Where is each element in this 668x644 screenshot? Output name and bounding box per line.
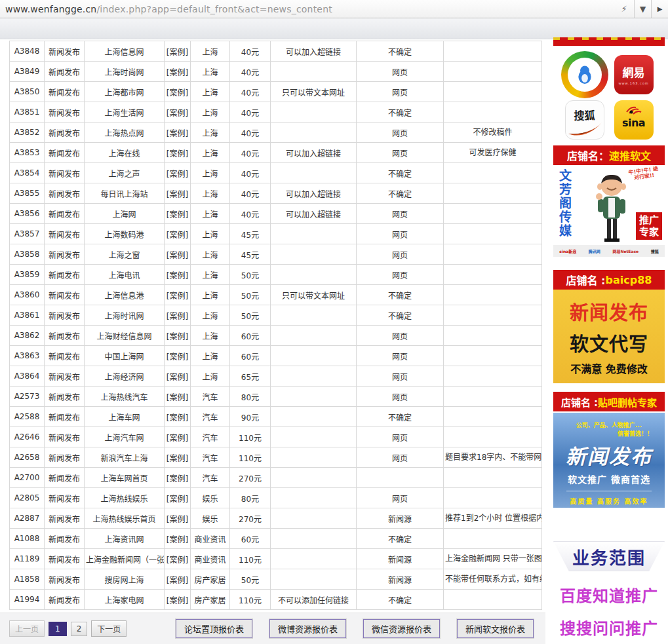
news-article-price-button[interactable]: 新闻软文报价表 (457, 619, 534, 638)
wenfangge-media-label: 文芳阁传媒 (556, 169, 574, 238)
table-row: A3856新闻发布上海网[案例]上海40元可以加入超链接网页 (10, 204, 542, 224)
case-link[interactable]: [案例] (165, 123, 191, 143)
footer-bar: 上一页 1 2 下一页 论坛置顶报价表 微博资源报价表 微信资源报价表 新闻软文… (0, 613, 545, 644)
forum-top-price-button[interactable]: 论坛置顶报价表 (176, 619, 252, 638)
row-price-cell: 40元 (230, 102, 271, 123)
row-site-cell: 上海财经信息网 (85, 326, 165, 346)
row-pagetype-cell: 不确定 (357, 529, 444, 549)
wechat-resource-price-button[interactable]: 微信资源报价表 (363, 619, 440, 638)
case-link[interactable]: [案例] (165, 468, 191, 488)
table-row: A3852新闻发布上海热点网[案例]上海40元网页不修改稿件 (10, 123, 542, 143)
case-link[interactable]: [案例] (165, 427, 191, 447)
case-link[interactable]: [案例] (165, 224, 191, 244)
case-link[interactable]: [案例] (165, 508, 191, 529)
case-link[interactable]: [案例] (165, 265, 191, 285)
case-link[interactable]: [案例] (165, 305, 191, 326)
case-link[interactable]: [案例] (165, 407, 191, 427)
case-link[interactable]: [案例] (165, 326, 191, 346)
ad-baicp-banner[interactable]: 店铺名 : baicp88 (553, 270, 665, 290)
case-link[interactable]: [案例] (165, 204, 191, 224)
row-type-cell: 新闻发布 (45, 102, 85, 123)
row-price-cell: 110元 (230, 590, 271, 610)
row-category-cell: 上海 (191, 102, 230, 123)
row-site-cell: 上海信息网 (85, 41, 165, 62)
baidu-zhidao-promo-link[interactable]: 百度知道推广 (553, 583, 665, 606)
table-row: A3862新闻发布上海财经信息网[案例]上海60元网页 (10, 326, 542, 346)
case-link[interactable]: [案例] (165, 285, 191, 305)
case-link[interactable]: [案例] (165, 183, 191, 204)
lightning-icon[interactable]: ⚡ (614, 0, 634, 18)
table-row: A2887新闻发布上海热线娱乐首页[案例]娱乐270元新闻源推荐1到2个小时 位… (10, 508, 542, 529)
ad-tieba-body[interactable]: 公司、产品、人物推广... 信誉首选！！ 新闻发布 软文推广 微商首选 高质量 … (553, 413, 665, 508)
row-note-cell (271, 569, 357, 590)
case-link[interactable]: [案例] (165, 41, 191, 62)
weibo-resource-price-button[interactable]: 微博资源报价表 (269, 619, 346, 638)
row-note-cell: 可以加入超链接 (271, 143, 357, 163)
row-id-cell: A3858 (10, 244, 45, 265)
row-remark-cell (444, 183, 542, 204)
case-link[interactable]: [案例] (165, 244, 191, 265)
ad-baicp-body[interactable]: 新闻发布 软文代写 不满意 免费修改 (553, 290, 665, 383)
row-note-cell: 可以加入超链接 (271, 204, 357, 224)
page-2-button[interactable]: 2 (71, 622, 88, 636)
case-link[interactable]: [案例] (165, 163, 191, 183)
ad-sutui-body[interactable]: 文芳阁传媒 牛!牛!牛! 绝对行家!! 推广 专家 (553, 165, 665, 245)
row-site-cell: 搜房网上海 (85, 569, 165, 590)
case-link[interactable]: [案例] (165, 143, 191, 163)
row-category-cell: 商业资讯 (191, 529, 230, 549)
table-row: A3857新闻发布上海数码港[案例]上海45元网页 (10, 224, 542, 244)
news-publish-label: 新闻发布 (570, 297, 648, 325)
table-row: A3861新闻发布上海时讯网[案例]上海50元不确定 (10, 305, 542, 326)
row-id-cell: A2805 (10, 488, 45, 508)
row-note-cell (271, 305, 357, 326)
row-type-cell: 新闻发布 (45, 62, 85, 82)
table-row: A1994新闻发布上海家电网[案例]房产家居110元不可以添加任何链接不确定 (10, 590, 542, 610)
row-category-cell: 汽车 (191, 387, 230, 407)
sina-mini-logo: sina新浪 (559, 248, 576, 254)
row-site-cell: 上海经济网 (85, 366, 165, 387)
table-row: A3850新闻发布上海都市网[案例]上海40元只可以带文本网址网页 (10, 82, 542, 102)
row-price-cell: 80元 (230, 488, 271, 508)
table-row: A3860新闻发布上海信息港[案例]上海50元只可以带文本网址不确定 (10, 285, 542, 305)
row-type-cell: 新闻发布 (45, 204, 85, 224)
case-link[interactable]: [案例] (165, 488, 191, 508)
case-link[interactable]: [案例] (165, 366, 191, 387)
ad-tieba-banner[interactable]: 店铺名 : 贴吧删帖专家 (553, 392, 665, 411)
row-site-cell: 上海在线 (85, 143, 165, 163)
case-link[interactable]: [案例] (165, 387, 191, 407)
row-id-cell: A1189 (10, 549, 45, 569)
row-type-cell: 新闻发布 (45, 265, 85, 285)
case-link[interactable]: [案例] (165, 447, 191, 468)
case-link[interactable]: [案例] (165, 102, 191, 123)
page-1-button[interactable]: 1 (49, 622, 67, 636)
row-note-cell: 可以加入超链接 (271, 41, 357, 62)
row-price-cell: 40元 (230, 41, 271, 62)
case-link[interactable]: [案例] (165, 590, 191, 610)
row-id-cell: A3855 (10, 183, 45, 204)
chevron-down-icon[interactable]: ▼ (634, 0, 651, 18)
row-note-cell: 不可以添加任何链接 (271, 590, 357, 610)
row-pagetype-cell: 网页 (357, 62, 444, 82)
case-link[interactable]: [案例] (165, 529, 191, 549)
case-link[interactable]: [案例] (165, 82, 191, 102)
prev-page-button[interactable]: 上一页 (9, 620, 45, 637)
row-site-cell: 上海时尚网 (85, 62, 165, 82)
row-type-cell: 新闻发布 (45, 366, 85, 387)
row-site-cell: 上海热线娱乐 (85, 488, 165, 508)
ad-portal-logos[interactable]: 網易 www.163.com 搜狐 sina (553, 46, 665, 144)
case-link[interactable]: [案例] (165, 62, 191, 82)
row-note-cell (271, 265, 357, 285)
ad-banner-cutoff[interactable] (553, 37, 665, 46)
row-pagetype-cell: 不确定 (357, 41, 444, 62)
case-link[interactable]: [案例] (165, 346, 191, 366)
case-link[interactable]: [案例] (165, 549, 191, 569)
table-row: A3853新闻发布上海在线[案例]上海40元可以加入超链接网页可发医疗保健 (10, 143, 542, 163)
row-remark-cell (444, 346, 542, 366)
table-row: A2588新闻发布上海车网[案例]汽车90元不确定 (10, 407, 542, 427)
case-link[interactable]: [案例] (165, 569, 191, 590)
soso-wenwen-promo-link[interactable]: 搜搜问问推广 (553, 616, 665, 639)
ad-sutui-banner[interactable]: 店铺名： 速推软文 (553, 145, 665, 165)
url-text[interactable]: www.wenfangge.cn/index.php?app=default_f… (5, 4, 332, 14)
next-page-button[interactable]: 下一页 (91, 620, 127, 637)
go-forward-icon[interactable]: ▶ (651, 0, 668, 18)
